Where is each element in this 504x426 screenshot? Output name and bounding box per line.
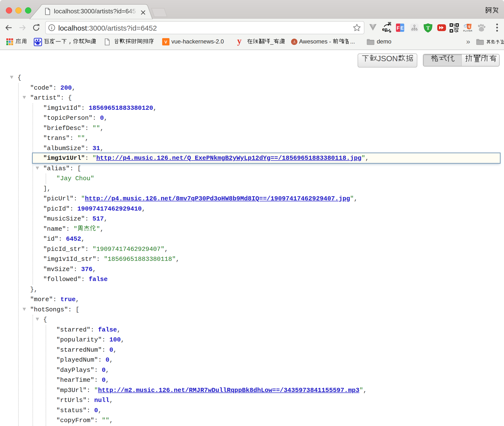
svg-text:A: A [293,40,295,44]
svg-text:5: 5 [468,25,470,29]
svg-text:E: E [400,25,403,31]
svg-text:T: T [426,25,430,31]
svg-text:F: F [397,25,400,31]
svg-text:V: V [164,40,167,44]
